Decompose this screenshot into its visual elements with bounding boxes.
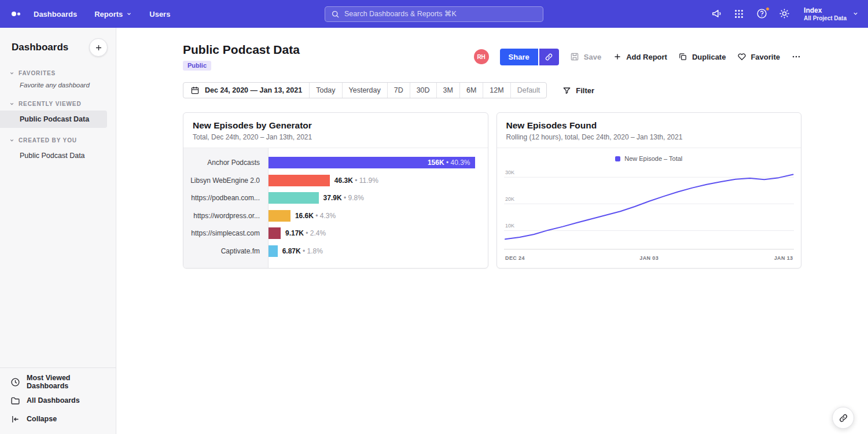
add-report-button[interactable]: Add Report [612,52,667,62]
section-label: FAVORITES [19,70,56,76]
filter-button[interactable]: Filter [562,86,594,95]
sidebar-title: Dashboards [12,42,68,53]
bar[interactable] [269,245,278,257]
bar-category-label: https://simplecast.com [183,225,268,242]
collapse-icon [10,414,20,424]
nav-item-reports[interactable]: Reports [94,10,132,19]
bar[interactable]: 156K • 40.3% [269,157,475,168]
date-range-picker[interactable]: Dec 24, 2020 — Jan 13, 2021 [183,83,309,98]
bar-category-label: Captivate.fm [183,242,268,260]
add-dashboard-button[interactable] [89,38,108,57]
bar-row: 9.17K • 2.4% [269,225,475,242]
sidebar-item-public-podcast-data[interactable]: Public Podcast Data [0,111,107,128]
duplicate-label: Duplicate [692,53,726,61]
search-icon [331,10,340,19]
add-report-label: Add Report [626,53,667,61]
legend-swatch [615,156,620,161]
section-created-by-you[interactable]: CREATED BY YOU [0,128,116,147]
nav-item-dashboards[interactable]: Dashboards [34,10,77,19]
preset-yesterday[interactable]: Yesterday [342,83,387,98]
chevron-down-icon [9,71,14,76]
x-axis-tick: DEC 24 [505,255,524,261]
favorites-empty-text: Favorite any dashboard [0,80,116,94]
app-logo-icon[interactable] [10,8,23,20]
help-icon[interactable] [756,8,767,20]
ellipsis-icon [791,52,801,62]
all-dashboards-button[interactable]: All Dashboards [0,391,116,410]
visibility-badge: Public [183,61,211,71]
avatar[interactable]: RH [474,49,489,64]
section-favorites[interactable]: FAVORITES [0,64,116,80]
favorite-button[interactable]: Favorite [737,52,780,62]
project-scope: All Project Data [804,15,847,21]
line-chart-plot[interactable]: 10K20K30KDEC 24JAN 03JAN 13 [504,164,795,266]
chevron-down-icon [852,10,859,17]
section-recently-viewed[interactable]: RECENTLY VIEWED [0,94,116,111]
app-window: Dashboards Reports Users [0,0,868,434]
collapse-sidebar-button[interactable]: Collapse [0,410,116,428]
footer-item-label: All Dashboards [27,396,80,404]
primary-nav: Dashboards Reports Users [34,10,170,19]
preset-3m[interactable]: 3M [436,83,459,98]
copy-link-button[interactable] [539,49,559,65]
sidebar-item-public-podcast-data[interactable]: Public Podcast Data [0,147,107,164]
bar-row: 156K • 40.3% [269,154,475,172]
bar[interactable] [269,227,281,239]
chart-title: New Episodes Found [506,120,792,131]
bar-value-label: 37.9K • 9.8% [323,194,364,202]
line-chart-card: New Episodes Found Rolling (12 hours), t… [496,112,802,269]
top-nav: Dashboards Reports Users [0,0,868,28]
chart-title: New Episodes by Generator [193,120,479,131]
settings-gear-icon[interactable] [778,8,790,20]
preset-7d[interactable]: 7D [387,83,410,98]
bar[interactable] [269,210,290,222]
preset-6m[interactable]: 6M [459,83,483,98]
date-toolbar: Dec 24, 2020 — Jan 13, 2021 Today Yester… [183,82,801,98]
y-axis-tick: 20K [505,196,514,202]
legend-label: New Episode – Total [624,155,682,162]
preset-today[interactable]: Today [309,83,341,98]
save-button[interactable]: Save [570,52,601,62]
bar-row: 37.9K • 9.8% [269,189,475,207]
project-name: Index [804,6,847,14]
link-icon [838,413,848,423]
plus-icon [94,43,103,52]
nav-item-label: Users [149,10,170,19]
bar-row: 16.6K • 4.3% [269,207,475,225]
preset-default[interactable]: Default [510,83,547,98]
bar[interactable] [269,175,330,186]
share-button[interactable]: Share [500,49,538,65]
duplicate-button[interactable]: Duplicate [678,52,726,62]
announcements-icon[interactable] [711,8,722,20]
global-search[interactable] [325,6,543,22]
filter-funnel-icon [562,86,571,95]
chart-subtitle: Rolling (12 hours), total, Dec 24th, 202… [506,133,792,141]
share-link-floating-button[interactable] [832,407,854,429]
bar-row: 6.87K • 1.8% [269,242,475,260]
duplicate-icon [678,52,688,62]
header-actions: RH Share Save [474,49,801,65]
bar-chart-card: New Episodes by Generator Total, Dec 24t… [183,112,488,269]
bar[interactable] [269,192,319,204]
most-viewed-dashboards-button[interactable]: Most Viewed Dashboards [0,373,116,391]
preset-12m[interactable]: 12M [483,83,510,98]
apps-grid-icon[interactable] [733,8,745,20]
y-axis-tick: 30K [505,170,514,175]
chevron-down-icon [126,11,132,17]
footer-item-label: Collapse [27,415,57,423]
bar-value-label: 9.17K • 2.4% [285,229,326,237]
line-chart: New Episode – Total 10K20K30KDEC 24JAN 0… [497,148,801,268]
save-label: Save [584,53,601,61]
project-selector[interactable]: Index All Project Data [804,6,859,21]
preset-30d[interactable]: 30D [410,83,436,98]
link-icon [545,53,553,61]
folder-icon [10,396,20,406]
more-options-button[interactable] [791,52,801,62]
sidebar: Dashboards FAVORITES Favorite any dashbo… [0,28,116,434]
search-input[interactable] [344,10,537,18]
nav-item-users[interactable]: Users [149,10,170,19]
bar-category-label: Anchor Podcasts [183,154,268,172]
bar-value-label: 16.6K • 4.3% [295,212,336,220]
bar-category-label: Libsyn WebEngine 2.0 [183,172,268,190]
chevron-down-icon [9,138,14,143]
